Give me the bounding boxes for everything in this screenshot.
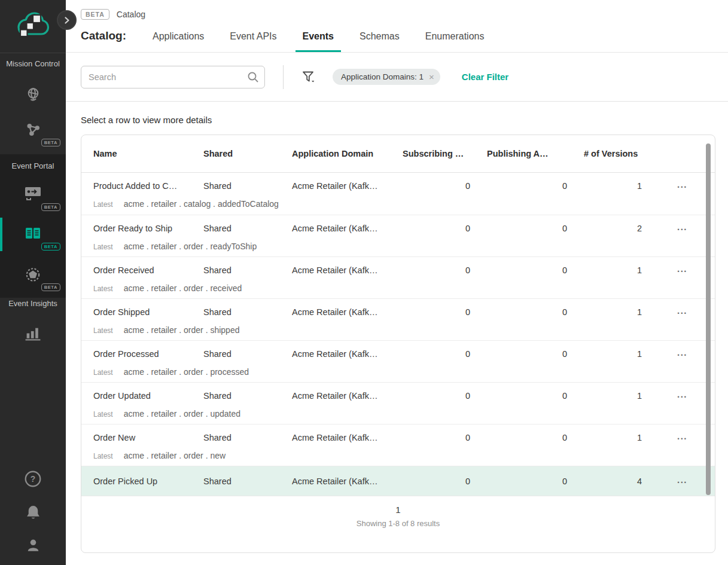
filter-chip-application-domains[interactable]: Application Domains: 1 × <box>333 69 440 85</box>
row-menu-button[interactable]: ••• <box>678 310 688 316</box>
topic-address: acme . retailer . order . processed <box>124 367 249 377</box>
row-menu-button[interactable]: ••• <box>678 268 688 274</box>
events-table-card: Name Shared Application Domain Subscribi… <box>81 135 715 553</box>
row-topic-line: Latestacme . retailer . order . processe… <box>81 367 715 377</box>
cell-publishing: 0 <box>487 265 584 275</box>
cell-domain: Acme Retailer (Kafk… <box>292 307 403 317</box>
cell-domain: Acme Retailer (Kafk… <box>292 224 403 233</box>
table-scrollbar[interactable] <box>706 143 711 495</box>
row-menu-button[interactable]: ••• <box>678 352 688 358</box>
sidebar-collapse-button[interactable] <box>57 10 77 30</box>
table-row[interactable]: Order UpdatedSharedAcme Retailer (Kafk…0… <box>81 382 715 424</box>
cell-subscribing: 0 <box>403 477 487 486</box>
svg-text:?: ? <box>31 474 35 484</box>
col-header-subscribing: Subscribing … <box>403 149 487 158</box>
globe-icon <box>25 87 41 103</box>
sidebar-item-cluster-manager[interactable] <box>0 78 66 111</box>
breadcrumb-catalog[interactable]: Catalog <box>117 10 145 19</box>
latest-version-tag: Latest <box>93 410 113 419</box>
cell-subscribing: 0 <box>403 391 487 401</box>
table-row[interactable]: Order ShippedSharedAcme Retailer (Kafk…0… <box>81 298 715 340</box>
row-topic-line: Latestacme . retailer . order . new <box>81 451 715 460</box>
solace-logo[interactable] <box>0 6 66 44</box>
toolbar-divider <box>283 65 284 89</box>
bar-chart-icon <box>24 325 42 341</box>
table-row-main: Order NewSharedAcme Retailer (Kafk…001••… <box>81 424 715 451</box>
cell-actions: ••• <box>659 477 706 486</box>
table-row-main: Order ProcessedSharedAcme Retailer (Kafk… <box>81 341 715 367</box>
cell-shared: Shared <box>203 307 292 317</box>
sidebar-item-designer[interactable]: BETA <box>0 178 66 212</box>
beta-pill: BETA <box>41 243 60 251</box>
cell-shared: Shared <box>203 349 292 359</box>
cell-publishing: 0 <box>487 391 584 401</box>
cell-name: Order Received <box>93 265 203 275</box>
table-row-main: Order Ready to ShipSharedAcme Retailer (… <box>81 215 715 242</box>
row-topic-line: Latestacme . retailer . catalog . addedT… <box>81 199 715 209</box>
sidebar-item-mesh-manager[interactable]: BETA <box>0 112 66 147</box>
beta-pill: BETA <box>41 203 60 211</box>
tab-enumerations[interactable]: Enumerations <box>425 31 485 52</box>
col-header-publishing: Publishing A… <box>487 149 584 158</box>
table-row-main: Order Picked UpSharedAcme Retailer (Kafk… <box>81 466 715 496</box>
cell-versions: 2 <box>584 224 659 233</box>
cell-actions: ••• <box>659 391 706 401</box>
row-topic-line: Latestacme . retailer . order . shipped <box>81 325 715 335</box>
tab-applications[interactable]: Applications <box>153 31 204 52</box>
cell-name: Order Ready to Ship <box>93 224 203 233</box>
main-content: BETA Catalog Catalog: Applications Event… <box>66 0 728 565</box>
table-row[interactable]: Order NewSharedAcme Retailer (Kafk…001••… <box>81 424 715 466</box>
cell-shared: Shared <box>203 433 292 442</box>
cell-shared: Shared <box>203 391 292 401</box>
cell-subscribing: 0 <box>403 349 487 359</box>
sidebar-item-mesh[interactable]: BETA <box>0 258 66 292</box>
cell-name: Order Updated <box>93 391 203 401</box>
cell-shared: Shared <box>203 477 292 486</box>
cell-publishing: 0 <box>487 224 584 233</box>
row-topic-line: Latestacme . retailer . order . readyToS… <box>81 242 715 251</box>
table-row[interactable]: Order Picked UpSharedAcme Retailer (Kafk… <box>81 466 715 496</box>
help-button[interactable]: ? <box>0 466 66 491</box>
row-menu-button[interactable]: ••• <box>678 480 688 485</box>
row-menu-button[interactable]: ••• <box>678 184 688 190</box>
tab-event-apis[interactable]: Event APIs <box>230 31 276 52</box>
filter-funnel-button[interactable] <box>301 70 316 84</box>
row-topic-line: Latestacme . retailer . order . updated <box>81 409 715 419</box>
poly-globe-icon <box>24 266 42 284</box>
notifications-button[interactable] <box>0 500 66 525</box>
table-row[interactable]: Order ReceivedSharedAcme Retailer (Kafk…… <box>81 256 715 298</box>
cell-actions: ••• <box>659 265 706 275</box>
chevron-right-icon <box>63 16 71 25</box>
clear-filter-link[interactable]: Clear Filter <box>462 72 508 82</box>
cell-domain: Acme Retailer (Kafk… <box>292 349 403 359</box>
row-menu-button[interactable]: ••• <box>678 227 688 233</box>
cell-domain: Acme Retailer (Kafk… <box>292 391 403 401</box>
filter-chip-label: Application Domains: 1 <box>341 72 424 81</box>
cell-name: Order Processed <box>93 349 203 359</box>
cell-subscribing: 0 <box>403 181 487 191</box>
pagination-page-1[interactable]: 1 <box>81 505 715 515</box>
row-menu-button[interactable]: ••• <box>678 394 688 400</box>
bell-icon <box>25 504 41 521</box>
user-profile-button[interactable] <box>0 533 66 558</box>
cell-shared: Shared <box>203 265 292 275</box>
row-menu-button[interactable]: ••• <box>678 436 688 442</box>
latest-version-tag: Latest <box>93 452 113 460</box>
table-row[interactable]: Order ProcessedSharedAcme Retailer (Kafk… <box>81 340 715 382</box>
sidebar-item-catalog-active[interactable]: BETA <box>0 218 66 251</box>
chip-close-icon[interactable]: × <box>429 72 434 81</box>
cell-name: Order Shipped <box>93 307 203 317</box>
tab-schemas[interactable]: Schemas <box>360 31 400 52</box>
cell-publishing: 0 <box>487 181 584 191</box>
tab-events[interactable]: Events <box>303 31 334 52</box>
section-label-event-portal: Event Portal <box>0 161 66 170</box>
sidebar-item-insights[interactable] <box>0 318 66 348</box>
row-topic-line: Latestacme . retailer . order . received <box>81 283 715 293</box>
cell-versions: 1 <box>584 307 659 317</box>
table-row[interactable]: Order Ready to ShipSharedAcme Retailer (… <box>81 215 715 256</box>
search-input[interactable] <box>81 66 265 88</box>
event-portal-section: Event Portal BETA BETA <box>0 154 66 298</box>
latest-version-tag: Latest <box>93 200 113 209</box>
table-row[interactable]: Product Added to C…SharedAcme Retailer (… <box>81 173 715 215</box>
cell-subscribing: 0 <box>403 265 487 275</box>
